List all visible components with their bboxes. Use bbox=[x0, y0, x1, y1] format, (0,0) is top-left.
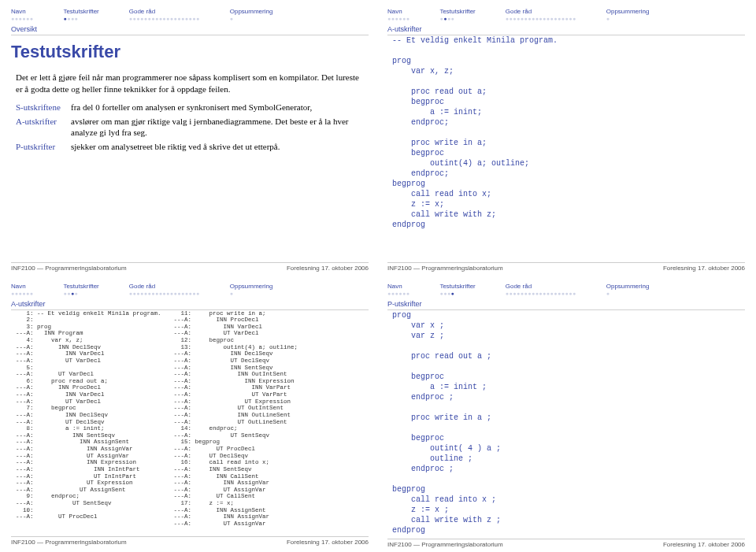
nav-item: Testutskrifter bbox=[63, 283, 98, 290]
section-label: P-utskrifter bbox=[387, 300, 745, 310]
slide-body: -- Et veldig enkelt Minila program. prog… bbox=[387, 35, 745, 259]
slide-body: 1: -- Et veldig enkelt Minila program. 2… bbox=[11, 310, 369, 534]
footer-right: Forelesning 17. oktober 2006 bbox=[663, 541, 745, 548]
nav-item: Oppsummering bbox=[606, 283, 650, 290]
footer-left: INF2100 — Programmeringslaboratorium bbox=[11, 539, 127, 546]
footer-left: INF2100 — Programmeringslaboratorium bbox=[11, 265, 127, 272]
intro-paragraph: Det er lett å gjøre feil når man program… bbox=[16, 72, 364, 95]
footer-right: Forelesning 17. oktober 2006 bbox=[287, 539, 369, 546]
slide-overview: Navn●●●●●● Testutskrifter●●●● Gode råd●●… bbox=[3, 3, 376, 275]
nav-item: Gode råd bbox=[506, 283, 576, 290]
nav-item: Gode råd bbox=[129, 283, 200, 290]
slide-title: Testutskrifter bbox=[11, 42, 369, 62]
nav-item: Navn bbox=[387, 8, 410, 15]
nav-item: Testutskrifter bbox=[439, 8, 475, 15]
section-label: Oversikt bbox=[11, 25, 369, 35]
footer-left: INF2100 — Programmeringslaboratorium bbox=[387, 541, 503, 548]
nav-item: Oppsummering bbox=[606, 8, 650, 15]
def-desc: fra del 0 forteller om analysen er synkr… bbox=[71, 102, 364, 113]
code-block: -- Et veldig enkelt Minila program. prog… bbox=[392, 35, 740, 230]
def-term: S-utskriftene bbox=[16, 102, 71, 113]
def-desc: avslører om man gjør riktige valg i jern… bbox=[71, 116, 364, 139]
trace-col-2: 11: proc write in a; ---A: INN ProcDecl … bbox=[174, 310, 298, 528]
def-term: A-utskrifter bbox=[16, 116, 71, 139]
footer-left: INF2100 — Programmeringslaboratorium bbox=[387, 265, 503, 272]
nav-bar: Navn●●●●●● Testutskrifter●●●● Gode råd●●… bbox=[387, 283, 745, 298]
slide-footer: INF2100 — Programmeringslaboratorium For… bbox=[11, 536, 369, 546]
nav-item: Gode råd bbox=[129, 8, 200, 15]
slide-footer: INF2100 — Programmeringslaboratorium For… bbox=[387, 539, 745, 548]
slide-body: Det er lett å gjøre feil når man program… bbox=[11, 72, 369, 259]
definition-list: S-utskriftenefra del 0 forteller om anal… bbox=[16, 102, 364, 153]
section-label: A-utskrifter bbox=[387, 25, 745, 35]
nav-bar: Navn●●●●●● Testutskrifter●●●● Gode råd●●… bbox=[11, 283, 369, 298]
nav-bar: Navn●●●●●● Testutskrifter●●●● Gode råd●●… bbox=[387, 8, 745, 24]
trace-col-1: 1: -- Et veldig enkelt Minila program. 2… bbox=[16, 310, 161, 528]
slide-a-utskrifter-trace: Navn●●●●●● Testutskrifter●●●● Gode råd●●… bbox=[3, 278, 376, 550]
nav-item: Navn bbox=[387, 283, 410, 290]
nav-item: Navn bbox=[11, 8, 33, 15]
nav-item: Testutskrifter bbox=[63, 8, 98, 15]
slide-footer: INF2100 — Programmeringslaboratorium For… bbox=[387, 262, 745, 272]
nav-bar: Navn●●●●●● Testutskrifter●●●● Gode råd●●… bbox=[11, 8, 369, 24]
def-term: P-utskrifter bbox=[16, 141, 71, 153]
slide-footer: INF2100 — Programmeringslaboratorium For… bbox=[11, 262, 369, 272]
slide-a-utskrifter-code: Navn●●●●●● Testutskrifter●●●● Gode råd●●… bbox=[380, 3, 753, 275]
def-desc: sjekker om analysetreet ble riktig ved å… bbox=[71, 141, 364, 153]
nav-item: Gode råd bbox=[506, 8, 576, 15]
slide-body: prog var x ; var z ; proc read out a ; b… bbox=[387, 310, 745, 535]
footer-right: Forelesning 17. oktober 2006 bbox=[663, 265, 745, 272]
code-block: prog var x ; var z ; proc read out a ; b… bbox=[392, 310, 740, 535]
nav-item: Navn bbox=[11, 283, 33, 290]
footer-right: Forelesning 17. oktober 2006 bbox=[287, 265, 369, 272]
nav-item: Testutskrifter bbox=[439, 283, 475, 290]
section-label: A-utskrifter bbox=[11, 300, 369, 310]
nav-item: Oppsummering bbox=[230, 8, 273, 15]
nav-item: Oppsummering bbox=[230, 283, 273, 290]
slide-p-utskrifter: Navn●●●●●● Testutskrifter●●●● Gode råd●●… bbox=[380, 278, 753, 550]
